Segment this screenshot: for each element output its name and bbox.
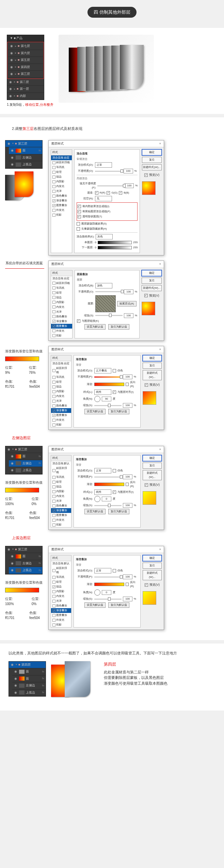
new-style-button[interactable]: 新建样式(W)... bbox=[143, 570, 162, 580]
style-item[interactable]: 斜面和浮雕 bbox=[51, 160, 72, 165]
layer-group[interactable]: ◉▾■第三层 bbox=[5, 446, 42, 453]
style-item[interactable]: 外发光 bbox=[51, 329, 72, 333]
opacity-slider[interactable] bbox=[94, 477, 122, 478]
reverse-check[interactable] bbox=[126, 483, 129, 486]
style-item[interactable]: 描边 bbox=[51, 484, 71, 489]
style-item[interactable]: 图案叠加 bbox=[51, 413, 71, 418]
layer-item[interactable]: ◉面fx bbox=[9, 147, 42, 154]
blend-slider[interactable] bbox=[98, 241, 132, 244]
style-item[interactable]: 混合选项:自定 bbox=[51, 276, 72, 281]
default-button[interactable]: 设置为默认值 bbox=[84, 409, 106, 414]
style-item[interactable]: 斜面和浮雕 bbox=[51, 566, 71, 575]
layer-group[interactable]: ◉▾■第三层 bbox=[5, 546, 42, 553]
style-item[interactable]: 纹理 bbox=[51, 480, 71, 484]
mode-select[interactable]: 正片叠底 bbox=[94, 368, 111, 373]
style-item[interactable]: 颜色叠加 bbox=[51, 403, 71, 408]
gradient-picker[interactable] bbox=[94, 383, 124, 386]
new-style-button[interactable]: 新建样式(W)... bbox=[142, 164, 162, 170]
checkbox[interactable] bbox=[77, 227, 80, 231]
new-style-button[interactable]: 新建样式(W)... bbox=[143, 470, 162, 480]
style-item[interactable]: 渐变叠加 bbox=[51, 319, 72, 324]
ok-button[interactable]: 确定 bbox=[143, 555, 162, 561]
style-item[interactable]: 光泽 bbox=[51, 599, 71, 603]
style-item[interactable]: 内发光 bbox=[51, 394, 71, 399]
style-item[interactable]: 渐变叠加 bbox=[51, 198, 72, 203]
cancel-button[interactable]: 复位 bbox=[143, 463, 162, 469]
layer-item[interactable]: ◉左侧边fx bbox=[9, 560, 42, 567]
style-item[interactable]: 内发光 bbox=[51, 184, 72, 189]
visibility-icon[interactable]: ◉ bbox=[10, 51, 14, 56]
style-select[interactable]: 线性 bbox=[94, 489, 111, 495]
align-check[interactable] bbox=[113, 390, 116, 394]
style-item[interactable]: 外发光 bbox=[51, 618, 71, 622]
close-icon[interactable]: × bbox=[159, 262, 161, 267]
ch-b[interactable] bbox=[119, 191, 122, 195]
angle-dial[interactable] bbox=[94, 496, 100, 502]
mode-select[interactable]: 正常 bbox=[94, 468, 111, 473]
layer-row[interactable]: ◉▸■第五层 bbox=[8, 57, 43, 64]
visibility-icon[interactable]: ◉ bbox=[10, 58, 14, 63]
style-item[interactable]: 光泽 bbox=[51, 189, 72, 194]
ok-button[interactable]: 确定 bbox=[143, 455, 162, 461]
cancel-button[interactable]: 复位 bbox=[143, 563, 162, 569]
cancel-button[interactable]: 复位 bbox=[142, 278, 162, 284]
style-item[interactable]: 投影 bbox=[51, 622, 71, 627]
layer-group[interactable]: ◉▾■第四层 bbox=[9, 662, 46, 669]
layer-item[interactable]: ◉左侧边fx bbox=[12, 682, 46, 689]
style-item[interactable]: 渐变叠加 bbox=[51, 608, 71, 613]
layer-group[interactable]: ◉▾■第三层 bbox=[5, 140, 42, 148]
visibility-icon[interactable]: ◉ bbox=[10, 65, 14, 70]
layer-row[interactable]: ◉▸■第六层 bbox=[8, 50, 43, 57]
align-check[interactable] bbox=[113, 490, 116, 494]
snap-button[interactable]: 贴紧原点(A) bbox=[117, 301, 137, 306]
style-item[interactable]: 等高线 bbox=[51, 165, 72, 170]
visibility-icon[interactable]: ◉ bbox=[10, 44, 14, 49]
preview-check[interactable] bbox=[145, 383, 148, 387]
style-item[interactable]: 渐变叠加 bbox=[51, 408, 71, 413]
dither-check[interactable] bbox=[113, 369, 116, 372]
new-style-button[interactable]: 新建样式(W)... bbox=[143, 370, 162, 380]
dither-check[interactable] bbox=[113, 469, 116, 472]
style-item[interactable]: 等高线 bbox=[51, 375, 71, 380]
default-button[interactable]: 设置为默认值 bbox=[84, 324, 106, 330]
reset-button[interactable]: 复位为默认值 bbox=[108, 602, 129, 608]
angle-dial[interactable] bbox=[94, 589, 100, 596]
layer-row[interactable]: ◉▸■内部 bbox=[7, 93, 44, 100]
layer-item[interactable]: ◉左侧边 bbox=[9, 154, 42, 162]
style-item[interactable]: 颜色叠加 bbox=[51, 603, 71, 608]
reverse-check[interactable] bbox=[126, 583, 129, 586]
visibility-icon[interactable]: ◉ bbox=[9, 80, 13, 85]
link-check[interactable] bbox=[77, 319, 80, 323]
ok-button[interactable]: 确定 bbox=[142, 270, 162, 276]
fill-slider[interactable] bbox=[97, 185, 123, 186]
opacity-slider[interactable] bbox=[95, 291, 123, 292]
checkbox[interactable] bbox=[78, 210, 81, 213]
preview-check[interactable] bbox=[144, 173, 148, 177]
default-button[interactable]: 设置为默认值 bbox=[84, 602, 106, 608]
opacity-slider[interactable] bbox=[94, 577, 122, 578]
ok-button[interactable]: 确定 bbox=[142, 149, 162, 155]
style-item[interactable]: 描边 bbox=[51, 295, 72, 300]
layer-item[interactable]: ◉上弧边fx bbox=[12, 689, 46, 697]
preview-check[interactable] bbox=[144, 294, 148, 297]
style-item[interactable]: 纹理 bbox=[51, 290, 72, 295]
visibility-icon[interactable]: ◉ bbox=[9, 87, 13, 91]
style-item[interactable]: 图案叠加 bbox=[51, 513, 71, 518]
dither-check[interactable] bbox=[113, 569, 116, 572]
style-item[interactable]: 等高线 bbox=[51, 286, 72, 290]
cancel-button[interactable]: 复位 bbox=[142, 157, 162, 163]
close-icon[interactable]: × bbox=[159, 141, 161, 146]
style-item[interactable]: 斜面和浮雕 bbox=[51, 466, 71, 475]
style-item[interactable]: 图案叠加 bbox=[51, 203, 72, 208]
style-item[interactable]: 投影 bbox=[51, 213, 72, 217]
style-item[interactable]: 图案叠加 bbox=[51, 324, 72, 329]
style-item[interactable]: 斜面和浮雕 bbox=[51, 281, 72, 286]
style-item[interactable]: 内发光 bbox=[51, 305, 72, 310]
blend-slider[interactable] bbox=[98, 246, 132, 249]
style-item[interactable]: 外发光 bbox=[51, 418, 71, 422]
layer-item[interactable]: ◉上弧边 bbox=[9, 161, 42, 168]
style-item[interactable]: 投影 bbox=[51, 333, 72, 338]
style-item[interactable]: 光泽 bbox=[51, 399, 71, 403]
style-item[interactable]: 内阴影 bbox=[51, 489, 71, 494]
layer-row[interactable]: ◉▸■第七层 bbox=[8, 43, 43, 50]
